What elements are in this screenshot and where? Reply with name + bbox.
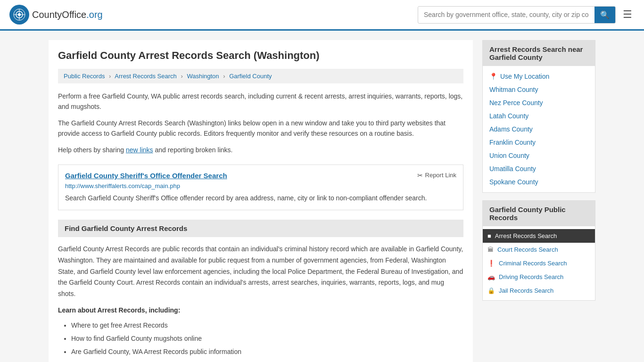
public-records-section: Garfield County Public Records ■ Arrest …: [482, 200, 595, 301]
breadcrumb-arrest-records[interactable]: Arrest Records Search: [115, 73, 177, 80]
header-right: 🔍 ☰: [418, 6, 635, 24]
hamburger-menu[interactable]: ☰: [620, 6, 635, 23]
nearby-list: 📍 Use My Location Whitman County Nez Per…: [483, 66, 595, 192]
list-item: How to see someone's criminal record: [71, 358, 463, 362]
arrest-icon: ■: [487, 232, 491, 239]
nearby-section-title: Arrest Records Search near Garfield Coun…: [483, 41, 595, 66]
intro-paragraph-1: Perform a free Garfield County, WA publi…: [58, 91, 463, 112]
content-area: Garfield County Arrest Records Search (W…: [49, 40, 473, 362]
breadcrumb-washington[interactable]: Washington: [187, 73, 219, 80]
record-arrest[interactable]: ■ Arrest Records Search: [483, 229, 595, 243]
search-bar: 🔍: [418, 6, 616, 24]
main-container: Garfield County Arrest Records Search (W…: [39, 31, 605, 362]
list-item: Are Garfield County, WA Arrest Records p…: [71, 345, 463, 358]
body-text: Garfield County Arrest Records are publi…: [58, 244, 463, 300]
learn-list: Where to get free Arrest Records How to …: [58, 319, 463, 362]
report-link-button[interactable]: ✂ Report Link: [417, 172, 456, 179]
nearby-spokane[interactable]: Spokane County: [483, 175, 595, 189]
jail-icon: 🔒: [487, 287, 495, 294]
sidebar: Arrest Records Search near Garfield Coun…: [482, 40, 595, 362]
resource-description: Search Garfield County Sheriff's Office …: [65, 193, 456, 203]
location-pin-icon: 📍: [489, 73, 497, 80]
breadcrumb-garfield[interactable]: Garfield County: [229, 73, 272, 80]
breadcrumb: Public Records › Arrest Records Search ›…: [58, 69, 463, 83]
record-jail[interactable]: 🔒 Jail Records Search: [483, 284, 595, 297]
use-my-location[interactable]: 📍 Use My Location: [483, 70, 595, 83]
record-criminal[interactable]: ❗ Criminal Records Search: [483, 256, 595, 270]
nearby-section: Arrest Records Search near Garfield Coun…: [482, 40, 595, 193]
scissors-icon: ✂: [417, 172, 423, 179]
logo-area[interactable]: CountyOffice.org: [9, 5, 103, 25]
nearby-union[interactable]: Union County: [483, 149, 595, 162]
driving-icon: 🚗: [487, 273, 495, 280]
record-court[interactable]: 🏛 Court Records Search: [483, 243, 595, 256]
page-title: Garfield County Arrest Records Search (W…: [58, 49, 463, 62]
resource-card: Garfield County Sheriff's Office Offende…: [58, 165, 463, 210]
find-section-header: Find Garfield County Arrest Records: [58, 220, 463, 237]
search-input[interactable]: [418, 7, 594, 22]
nearby-nez-perce[interactable]: Nez Perce County: [483, 96, 595, 109]
logo-text: CountyOffice.org: [32, 9, 103, 20]
records-list: ■ Arrest Records Search 🏛 Court Records …: [483, 226, 595, 300]
report-link-label: Report Link: [425, 172, 456, 179]
logo-icon: [9, 5, 29, 25]
nearby-whitman[interactable]: Whitman County: [483, 83, 595, 96]
public-records-section-title: Garfield County Public Records: [483, 201, 595, 226]
search-button[interactable]: 🔍: [594, 7, 615, 23]
list-item: How to find Garfield County mugshots onl…: [71, 332, 463, 345]
resource-card-header: Garfield County Sheriff's Office Offende…: [65, 172, 456, 180]
breadcrumb-public-records[interactable]: Public Records: [64, 73, 105, 80]
new-links-link[interactable]: new links: [126, 146, 153, 154]
nearby-franklin[interactable]: Franklin County: [483, 136, 595, 149]
intro-paragraph-3: Help others by sharing new links and rep…: [58, 145, 463, 155]
resource-url[interactable]: http://www.sheriffalerts.com/cap_main.ph…: [65, 182, 456, 189]
record-driving[interactable]: 🚗 Driving Records Search: [483, 270, 595, 284]
nearby-umatilla[interactable]: Umatilla County: [483, 162, 595, 175]
learn-heading: Learn about Arrest Records, including:: [58, 306, 463, 314]
list-item: Where to get free Arrest Records: [71, 319, 463, 332]
court-icon: 🏛: [487, 246, 494, 253]
nearby-adams[interactable]: Adams County: [483, 123, 595, 136]
criminal-icon: ❗: [487, 260, 495, 267]
nearby-latah[interactable]: Latah County: [483, 109, 595, 123]
resource-title[interactable]: Garfield County Sheriff's Office Offende…: [65, 172, 227, 180]
site-header: CountyOffice.org 🔍 ☰: [0, 0, 644, 31]
intro-paragraph-2: The Garfield County Arrest Records Searc…: [58, 118, 463, 139]
use-location-link[interactable]: Use My Location: [500, 73, 549, 80]
